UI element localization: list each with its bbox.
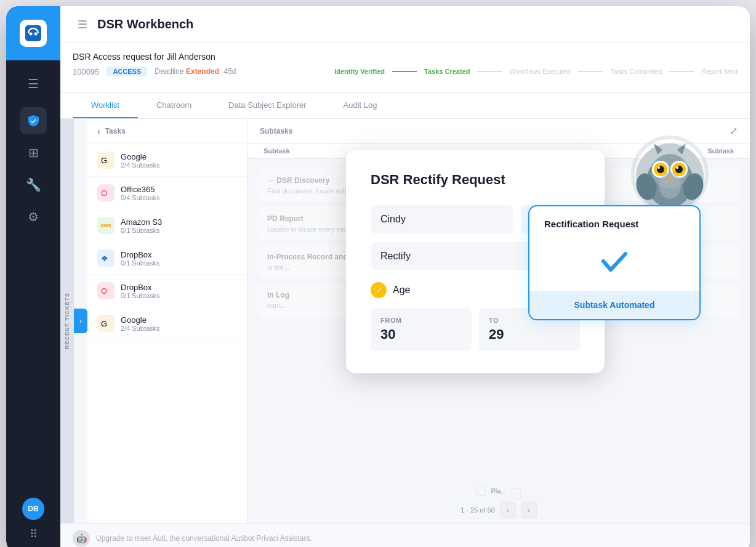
progress-line-3 — [578, 71, 603, 72]
sidebar-bottom: DB ⠿ — [22, 498, 44, 547]
expand-left-icon[interactable]: ‹ — [97, 126, 100, 136]
tool-icon: 🔧 — [26, 177, 41, 192]
rect-box-inner: Rectification Request Subtask Automated — [528, 205, 701, 320]
rect-box-footer: Subtask Automated — [529, 291, 699, 319]
hamburger-icon[interactable]: ☰ — [78, 18, 87, 31]
sidebar-item-shield[interactable] — [20, 107, 47, 134]
pagination-next[interactable]: › — [521, 502, 537, 518]
owl-mascot-svg — [627, 131, 713, 217]
big-check-mark — [597, 244, 632, 278]
dsr-id: 100095 — [73, 67, 99, 76]
svg-point-1 — [30, 33, 33, 36]
step-workflows: Workflows Executed — [509, 68, 570, 75]
age-to-value: 29 — [489, 326, 570, 342]
deadline-label: Deadline Extended 45d — [155, 67, 236, 76]
task-sub-dropbox-2: 0/1 Subtasks — [121, 292, 237, 299]
task-info-dropbox-1: DropBox 0/1 Subtasks — [121, 250, 237, 267]
checkmark-svg — [597, 244, 632, 278]
tab-chatroom[interactable]: Chatroom — [138, 93, 210, 118]
content-area: RECENT TICKETS › ‹ Tasks G Google — [60, 119, 750, 523]
task-info-dropbox-2: DropBox 0/1 Subtasks — [121, 283, 237, 299]
task-sub-dropbox-1: 0/1 Subtasks — [121, 259, 237, 267]
tasks-list-panel: ‹ Tasks G Google 2/4 Subtasks O — [87, 119, 247, 523]
task-name-google-2: Google — [121, 315, 237, 325]
task-info-google-1: Google 2/4 Subtasks — [121, 152, 237, 169]
task-item-google-2[interactable]: G Google 2/4 Subtasks — [87, 307, 247, 340]
step-tasks-completed: Tasks Completed — [610, 68, 662, 75]
auti-message: Upgrade to meet Auti, the conversational… — [96, 534, 312, 543]
task-name-dropbox-2: DropBox — [121, 283, 237, 292]
google-icon-2: G — [97, 315, 115, 332]
tabs-bar: Worklist Chatroom Data Subject Explorer … — [60, 93, 750, 119]
task-sub-amazon-s3: 0/1 Subtasks — [121, 227, 237, 234]
pagination-controls: 1 - 25 of 50 ‹ › — [460, 502, 537, 518]
checkbox-1[interactable] — [476, 486, 486, 496]
office-icon-2: O — [97, 282, 115, 299]
svg-point-20 — [676, 166, 678, 169]
pagination-placeholder: Pla... — [491, 487, 506, 495]
progress-line-1 — [392, 71, 417, 72]
svg-text:❖: ❖ — [101, 254, 108, 263]
task-info-google-2: Google 2/4 Subtasks — [121, 315, 237, 332]
sidebar-item-grid[interactable]: ⊞ — [20, 139, 47, 166]
age-from-field: From 30 — [371, 308, 472, 351]
col-subtask: Subtask — [257, 144, 296, 158]
sidebar-logo[interactable] — [6, 6, 60, 60]
recent-tickets-label: RECENT TICKETS — [64, 293, 70, 349]
task-sub-office365: 0/4 Subtasks — [121, 194, 237, 201]
menu-icon: ☰ — [28, 76, 39, 91]
tab-worklist[interactable]: Worklist — [73, 93, 138, 118]
sidebar-item-tool[interactable]: 🔧 — [20, 171, 47, 198]
tab-data-subject-explorer[interactable]: Data Subject Explorer — [210, 93, 324, 118]
step-report-sent: Report Sent — [701, 68, 738, 75]
pagination-prev[interactable]: ‹ — [500, 502, 516, 518]
task-name-office365: Office365 — [121, 185, 237, 194]
office365-icon: O — [97, 184, 115, 201]
sidebar-item-settings[interactable]: ⚙ — [20, 203, 47, 230]
tasks-column-header: Tasks — [105, 127, 126, 136]
rect-box-title: Rectification Request — [529, 206, 699, 239]
age-label: Age — [393, 285, 410, 296]
rect-box-check — [529, 239, 699, 291]
progress-line-2 — [477, 71, 502, 72]
task-item-office365[interactable]: O Office365 0/4 Subtasks — [87, 177, 247, 209]
task-item-dropbox-1[interactable]: ❖ DropBox 0/1 Subtasks — [87, 242, 247, 275]
recent-tickets-strip: RECENT TICKETS — [60, 119, 74, 523]
page-title: DSR Workbench — [97, 17, 193, 31]
first-name-input[interactable] — [371, 205, 513, 233]
google-icon-1: G — [97, 152, 115, 169]
svg-text:O: O — [101, 188, 107, 198]
tab-audit-log[interactable]: Audit Log — [325, 93, 396, 118]
svg-text:G: G — [101, 156, 107, 165]
subtask-automated-label: Subtask Automated — [574, 300, 655, 310]
modal-title: DSR Rectify Request — [371, 172, 580, 188]
main-content: ☰ DSR Workbench DSR Access request for J… — [60, 6, 750, 547]
subtasks-title: Subtasks — [260, 127, 292, 136]
dsr-meta: 100095 ACCESS Deadline Extended 45d Iden… — [73, 67, 738, 76]
settings-icon: ⚙ — [28, 209, 39, 224]
age-from-label: From — [380, 317, 462, 324]
rectification-request-box: Rectification Request Subtask Automated — [528, 205, 701, 320]
progress-line-4 — [669, 71, 694, 72]
user-avatar[interactable]: DB — [22, 498, 44, 520]
svg-point-2 — [34, 33, 38, 36]
checkbox-2[interactable] — [512, 488, 521, 498]
svg-point-19 — [657, 166, 660, 169]
sidebar-nav: ☰ ⊞ 🔧 ⚙ — [20, 60, 47, 498]
task-item-google-1[interactable]: G Google 2/4 Subtasks — [87, 144, 247, 177]
sidebar: ☰ ⊞ 🔧 ⚙ DB ⠿ — [6, 6, 60, 547]
page-header: ☰ DSR Workbench — [60, 6, 750, 43]
task-info-amazon-s3: Amazon S3 0/1 Subtasks — [121, 217, 237, 234]
logo-icon — [20, 20, 47, 47]
task-item-amazon-s3[interactable]: aws Amazon S3 0/1 Subtasks — [87, 209, 247, 242]
chevron-right-icon: › — [79, 317, 82, 325]
collapse-button[interactable]: › — [74, 309, 87, 333]
task-item-dropbox-2[interactable]: O DropBox 0/1 Subtasks — [87, 275, 247, 307]
expand-subtasks-icon[interactable]: ⤢ — [730, 125, 738, 137]
grid-icon: ⊞ — [28, 145, 39, 160]
age-from-value: 30 — [380, 326, 462, 342]
sidebar-item-menu[interactable]: ☰ — [20, 70, 47, 97]
step-tasks-created: Tasks Created — [424, 68, 470, 75]
task-info-office365: Office365 0/4 Subtasks — [121, 185, 237, 201]
apps-icon[interactable]: ⠿ — [30, 527, 38, 541]
